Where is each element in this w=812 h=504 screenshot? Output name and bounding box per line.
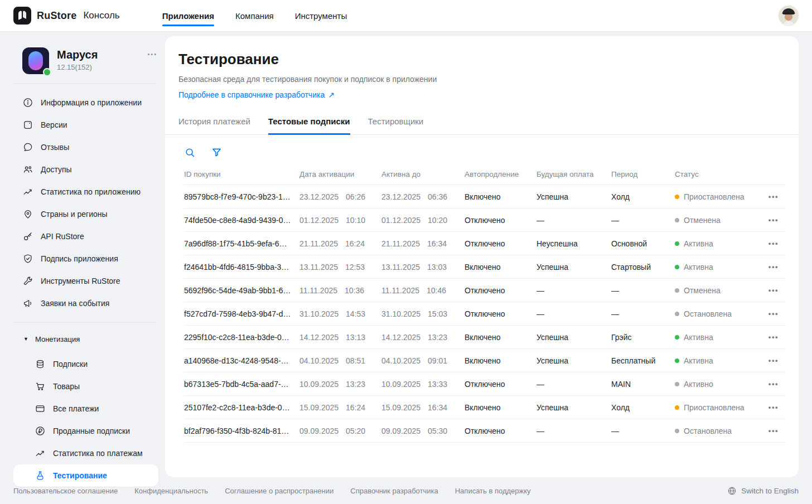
table-row[interactable]: 2295f10c-c2c8-11ea-b3de-0… 14.12.202513:… bbox=[184, 326, 785, 349]
sidebar-item-access[interactable]: Доступы bbox=[13, 158, 158, 181]
sidebar: Маруся 12.15(152) ••• Информация о прило… bbox=[13, 36, 165, 477]
table-row[interactable]: f24641bb-4fd6-4815-9bba-3… 13.11.202512:… bbox=[184, 255, 785, 279]
purchase-id: 25107fe2-c2c8-11ea-b3de-0… bbox=[184, 403, 299, 412]
table-row[interactable]: 5692f96c-54de-49ab-9bb1-6… 11.11.202510:… bbox=[184, 279, 785, 302]
sidebar-item-cart[interactable]: Товары bbox=[13, 375, 158, 398]
footer-link[interactable]: Справочник разработчика bbox=[350, 487, 438, 495]
payments-icon bbox=[35, 403, 46, 414]
sidebar-item-shield-check[interactable]: Подпись приложения bbox=[13, 248, 158, 270]
page-title: Тестирование bbox=[178, 51, 785, 68]
row-actions-button[interactable]: ••• bbox=[767, 424, 780, 437]
future-payment: Успешна bbox=[536, 263, 611, 272]
status-label: Отменена bbox=[684, 286, 721, 295]
row-actions-button[interactable]: ••• bbox=[767, 214, 780, 226]
table-row[interactable]: f527cd7d-7598-4eb3-9b47-d… 31.10.202514:… bbox=[184, 302, 785, 326]
user-avatar[interactable] bbox=[779, 6, 799, 26]
row-actions-button[interactable]: ••• bbox=[767, 377, 780, 390]
footer-link[interactable]: Написать в поддержку bbox=[455, 487, 531, 495]
footer-link[interactable]: Соглашение о распространении bbox=[225, 487, 334, 495]
sidebar-item-payment-stats[interactable]: Статистика по платежам bbox=[13, 442, 158, 464]
filter-button[interactable] bbox=[211, 146, 223, 158]
row-actions-button[interactable]: ••• bbox=[767, 307, 780, 320]
developer-docs-link[interactable]: Подробнее в справочнике разработчика ↗ bbox=[178, 90, 335, 99]
active-until-date: 31.10.202515:03 bbox=[381, 309, 465, 318]
divider bbox=[13, 83, 156, 84]
tab[interactable]: Тестировщики bbox=[368, 111, 424, 135]
sidebar-item-versions[interactable]: Версии bbox=[13, 114, 158, 136]
table-row[interactable]: 7a96df88-1f75-41b5-9efa-6… 21.11.202516:… bbox=[184, 232, 785, 255]
active-until-date: 21.11.202516:34 bbox=[381, 239, 465, 248]
purchase-id: 89579bc8-f7e9-470c-9b23-1… bbox=[184, 192, 299, 201]
filter-icon bbox=[211, 147, 223, 158]
future-payment: — bbox=[536, 380, 611, 389]
row-actions-button[interactable]: ••• bbox=[767, 401, 780, 414]
purchase-id: 5692f96c-54de-49ab-9bb1-6… bbox=[184, 286, 299, 295]
table-row[interactable]: 74fde50e-c8e8-4a9d-9439-0… 01.12.202510:… bbox=[184, 209, 785, 232]
footer-link[interactable]: Конфиденциальность bbox=[134, 487, 208, 495]
sidebar-item-subscriptions[interactable]: Подписки bbox=[13, 353, 158, 375]
sidebar-item-payments[interactable]: Все платежи bbox=[13, 398, 158, 420]
future-payment: — bbox=[536, 309, 611, 318]
row-actions-button[interactable]: ••• bbox=[767, 190, 780, 203]
search-button[interactable] bbox=[184, 146, 196, 158]
page-body: Маруся 12.15(152) ••• Информация о прило… bbox=[0, 32, 812, 477]
sidebar-item-ruble[interactable]: Проданные подписки bbox=[13, 420, 158, 442]
auto-renewal: Включено bbox=[465, 356, 536, 365]
row-actions-button[interactable]: ••• bbox=[767, 331, 780, 343]
table-row[interactable]: 25107fe2-c2c8-11ea-b3de-0… 15.09.202516:… bbox=[184, 396, 785, 419]
rustore-logo-icon bbox=[13, 7, 31, 25]
table-row[interactable]: 89579bc8-f7e9-470c-9b23-1… 23.12.202506:… bbox=[184, 185, 785, 209]
row-actions-button[interactable]: ••• bbox=[767, 354, 780, 367]
row-actions-button[interactable]: ••• bbox=[767, 284, 780, 297]
divider bbox=[13, 322, 156, 323]
sidebar-item-wrench[interactable]: Инструменты RuStore bbox=[13, 270, 158, 292]
row-actions-button[interactable]: ••• bbox=[767, 260, 780, 273]
active-until-date: 15.09.202516:34 bbox=[381, 403, 465, 412]
auto-renewal: Отключено bbox=[465, 380, 536, 389]
activation-date: 21.11.202516:24 bbox=[299, 239, 381, 248]
sidebar-item-info[interactable]: Информация о приложении bbox=[13, 91, 158, 114]
sidebar-item-label: Все платежи bbox=[53, 404, 99, 413]
status-dot bbox=[675, 312, 679, 316]
top-nav-item[interactable]: Инструменты bbox=[295, 0, 347, 31]
table-row[interactable]: a140968e-d13c-4248-9548-… 04.10.202508:5… bbox=[184, 349, 785, 372]
auto-renewal: Включено bbox=[465, 333, 536, 342]
monetization-section-toggle[interactable]: ▼ Монетизация bbox=[13, 328, 158, 350]
activation-date: 09.09.202505:20 bbox=[299, 427, 381, 435]
app-header: Маруся 12.15(152) ••• bbox=[13, 44, 158, 83]
language-switch[interactable]: Switch to English bbox=[727, 486, 799, 496]
column-header: Статус bbox=[675, 170, 763, 178]
sidebar-item-location[interactable]: Страны и регионы bbox=[13, 203, 158, 225]
sidebar-item-megaphone[interactable]: Заявки на события bbox=[13, 292, 158, 314]
auto-renewal: Отключено bbox=[465, 427, 536, 435]
activation-date: 14.12.202513:13 bbox=[299, 333, 381, 342]
brand-name: RuStore bbox=[37, 10, 76, 22]
top-nav: ПриложенияКомпанияИнструменты bbox=[162, 0, 347, 31]
rustore-logo[interactable]: RuStore Консоль bbox=[13, 7, 120, 25]
app-name: Маруся bbox=[57, 47, 98, 61]
sidebar-item-app-stats[interactable]: Статистика по приложению bbox=[13, 181, 158, 203]
table-toolbar bbox=[184, 146, 780, 158]
tab[interactable]: История платежей bbox=[178, 111, 250, 135]
sidebar-item-flask[interactable]: Тестирование bbox=[13, 464, 158, 487]
top-nav-item[interactable]: Компания bbox=[235, 0, 274, 31]
key-icon bbox=[22, 231, 33, 242]
future-payment: — bbox=[536, 216, 611, 225]
table-row[interactable]: b67313e5-7bdb-4c5a-aad7-… 10.09.202513:2… bbox=[184, 372, 785, 396]
status-dot bbox=[675, 195, 679, 199]
activation-date: 31.10.202514:53 bbox=[299, 309, 381, 318]
app-menu-button[interactable]: ••• bbox=[147, 47, 158, 57]
future-payment: Успешна bbox=[536, 403, 611, 412]
footer-link[interactable]: Пользовательское соглашение bbox=[13, 487, 118, 495]
table-row[interactable]: bf2af796-f350-4f3b-824b-81… 09.09.202505… bbox=[184, 419, 785, 443]
avatar-image bbox=[779, 6, 799, 26]
row-actions-button[interactable]: ••• bbox=[767, 237, 780, 250]
tab[interactable]: Тестовые подписки bbox=[268, 111, 350, 135]
sidebar-item-label: Заявки на события bbox=[41, 299, 109, 308]
purchase-id: bf2af796-f350-4f3b-824b-81… bbox=[184, 427, 299, 435]
sidebar-item-reviews[interactable]: Отзывы bbox=[13, 136, 158, 158]
status-dot bbox=[675, 241, 679, 246]
period: — bbox=[611, 309, 675, 318]
sidebar-item-key[interactable]: API RuStore bbox=[13, 225, 158, 248]
top-nav-item[interactable]: Приложения bbox=[162, 0, 214, 31]
